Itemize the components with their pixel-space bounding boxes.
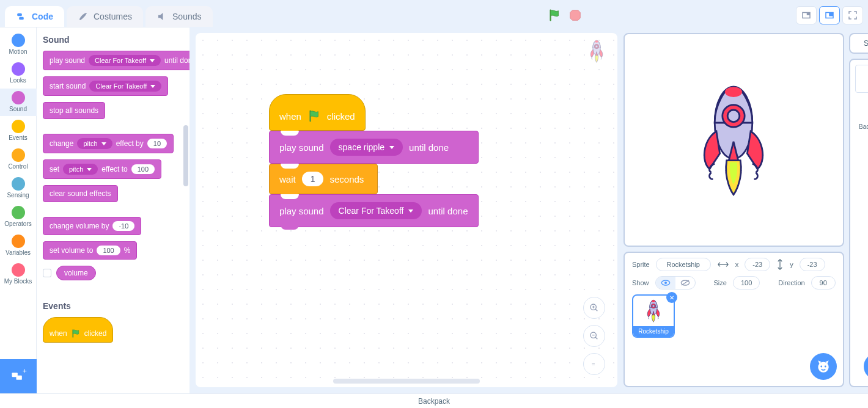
- cat-icon: [815, 359, 831, 374]
- category-sound[interactable]: Sound: [0, 89, 37, 116]
- stage-sprite-rocketship: [691, 79, 776, 201]
- input-number[interactable]: 10: [147, 139, 167, 148]
- y-arrow-icon: [776, 258, 784, 271]
- svg-point-22: [825, 366, 826, 368]
- sprite-size-input[interactable]: 100: [733, 276, 760, 290]
- right-panel: Sprite Rocketship x -23 y -23 Show Size: [623, 27, 868, 393]
- block-set-effect[interactable]: set pitch effect to 100: [43, 159, 161, 179]
- block-set-volume[interactable]: set volume to 100 %: [43, 241, 137, 260]
- zoom-out-button[interactable]: [583, 325, 605, 347]
- palette-heading-sound: Sound: [43, 35, 183, 45]
- dropdown-effect[interactable]: pitch: [63, 164, 98, 175]
- category-events[interactable]: Events: [0, 117, 37, 145]
- backpack-bar[interactable]: Backpack: [0, 393, 868, 408]
- zoom-reset-button[interactable]: =: [583, 353, 605, 375]
- category-motion[interactable]: Motion: [0, 31, 37, 59]
- workspace-h-scrollbar[interactable]: [333, 379, 480, 384]
- sprite-direction-input[interactable]: 90: [811, 276, 836, 290]
- block-play-sound-until-done[interactable]: play sound Clear For Takeoff until done: [43, 51, 189, 70]
- tab-costumes-label: Costumes: [94, 12, 132, 21]
- svg-rect-12: [16, 376, 21, 380]
- category-variables[interactable]: Variables: [0, 232, 37, 260]
- sprite-thumb-icon: [641, 299, 666, 323]
- x-arrow-icon: [717, 261, 729, 268]
- top-bar: Code Costumes Sounds: [0, 0, 868, 27]
- category-sensing[interactable]: Sensing: [0, 175, 37, 202]
- backdrops-label: Backdrops: [855, 123, 868, 130]
- delete-sprite-button[interactable]: ✕: [666, 292, 677, 303]
- svg-rect-10: [829, 13, 833, 16]
- dropdown-sound[interactable]: Clear For Takeoff: [89, 55, 161, 66]
- sprite-tile-rocketship[interactable]: ✕ Rocketship: [632, 294, 675, 338]
- dropdown-sound[interactable]: Clear For Takeoff: [330, 202, 422, 219]
- x-label: x: [735, 261, 739, 268]
- add-backdrop-button[interactable]: [864, 353, 868, 380]
- show-hidden-button[interactable]: [675, 277, 695, 289]
- extension-icon: +: [10, 368, 27, 385]
- add-sprite-button[interactable]: [810, 353, 837, 380]
- zoom-in-button[interactable]: [583, 297, 605, 319]
- sprite-label: Sprite: [632, 261, 650, 268]
- tab-costumes[interactable]: Costumes: [67, 6, 143, 27]
- stage-column: Stage Backdrops 1: [849, 33, 868, 387]
- script-block-play-sound-2[interactable]: play sound Clear For Takeoff until done: [269, 194, 479, 227]
- stage-large-button[interactable]: [819, 6, 840, 24]
- reporter-volume[interactable]: volume: [56, 266, 96, 280]
- script-block-play-sound-1[interactable]: play sound space ripple until done: [269, 131, 479, 164]
- add-extension-button[interactable]: +: [0, 359, 37, 393]
- stage-small-button[interactable]: [796, 6, 817, 24]
- svg-marker-6: [570, 10, 581, 21]
- stage-controls: [548, 6, 863, 27]
- tab-code[interactable]: Code: [5, 6, 64, 27]
- script-workspace[interactable]: when clicked play sound space ripple unt…: [196, 33, 617, 387]
- block-palette[interactable]: Sound play sound Clear For Takeoff until…: [37, 27, 189, 393]
- svg-rect-5: [19, 17, 24, 20]
- block-change-effect[interactable]: change pitch effect by 10: [43, 134, 174, 153]
- svg-text:+: +: [23, 368, 27, 374]
- svg-rect-4: [17, 13, 22, 16]
- dropdown-sound[interactable]: Clear For Takeoff: [89, 81, 161, 92]
- stop-button[interactable]: [568, 9, 582, 22]
- green-flag-button[interactable]: [548, 9, 561, 22]
- category-myblocks[interactable]: My Blocks: [0, 261, 37, 288]
- block-clear-sound-effects[interactable]: clear sound effects: [43, 185, 118, 202]
- backdrop-thumbnail: [855, 65, 868, 93]
- fullscreen-button[interactable]: [842, 6, 863, 24]
- sprite-x-input[interactable]: -23: [745, 258, 770, 271]
- input-number[interactable]: 100: [131, 164, 155, 174]
- blocks-panel: Motion Looks Sound Events Control Sensin…: [0, 27, 189, 393]
- palette-scrollbar[interactable]: [183, 125, 188, 186]
- main-area: Motion Looks Sound Events Control Sensin…: [0, 27, 868, 393]
- script-block-when-flag-clicked[interactable]: when clicked: [269, 94, 366, 131]
- zoom-controls: =: [583, 297, 605, 375]
- category-control[interactable]: Control: [0, 146, 37, 173]
- sprite-tile-label: Rocketship: [633, 326, 674, 337]
- show-label: Show: [632, 279, 649, 286]
- category-operators[interactable]: Operators: [0, 203, 37, 231]
- tab-sounds[interactable]: Sounds: [145, 6, 212, 27]
- block-when-flag-clicked[interactable]: when clicked: [43, 317, 113, 343]
- input-number[interactable]: 100: [97, 246, 120, 255]
- show-visible-button[interactable]: [656, 277, 675, 289]
- sprite-y-input[interactable]: -23: [800, 258, 825, 271]
- sprite-watermark: [584, 39, 609, 64]
- script-stack[interactable]: when clicked play sound space ripple unt…: [269, 94, 479, 227]
- block-change-volume[interactable]: change volume by -10: [43, 217, 141, 235]
- dropdown-sound[interactable]: space ripple: [330, 139, 403, 156]
- stage-selector[interactable]: Backdrops 1: [849, 59, 868, 387]
- script-block-wait[interactable]: wait 1 seconds: [269, 164, 378, 194]
- block-start-sound[interactable]: start sound Clear For Takeoff: [43, 76, 168, 96]
- monitor-checkbox-volume[interactable]: [43, 269, 51, 277]
- stage-view[interactable]: [623, 33, 844, 247]
- tab-code-label: Code: [32, 12, 53, 21]
- input-number[interactable]: 1: [302, 172, 324, 186]
- category-looks[interactable]: Looks: [0, 60, 37, 87]
- backdrops-count: 1: [855, 130, 868, 137]
- dropdown-effect[interactable]: pitch: [77, 138, 112, 149]
- block-stop-all-sounds[interactable]: stop all sounds: [43, 102, 105, 119]
- green-flag-icon: [71, 329, 81, 338]
- size-label: Size: [714, 279, 727, 286]
- input-number[interactable]: -10: [112, 221, 134, 231]
- sprite-name-input[interactable]: Rocketship: [656, 258, 711, 271]
- category-list: Motion Looks Sound Events Control Sensin…: [0, 27, 37, 393]
